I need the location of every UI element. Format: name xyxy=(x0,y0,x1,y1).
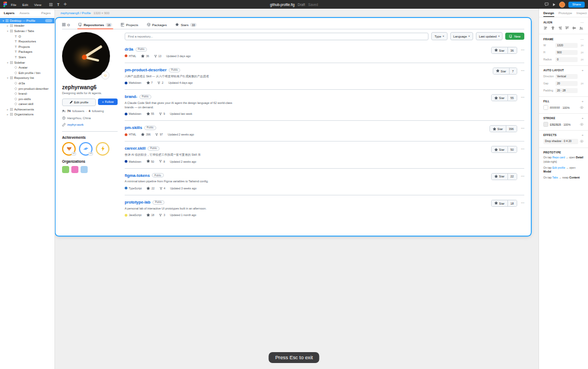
star-count[interactable]: 18 xyxy=(507,200,517,206)
repo-name-link[interactable]: dr3a xyxy=(125,47,133,52)
layer-row-o[interactable]: TO xyxy=(0,34,54,39)
layer-row-brand[interactable]: brand- xyxy=(0,91,54,96)
org-green[interactable] xyxy=(62,166,69,173)
star-count[interactable]: 50 xyxy=(507,146,517,152)
layer-row-pm-skills[interactable]: pm-skills xyxy=(0,96,54,102)
stroke-eye-icon[interactable] xyxy=(580,122,584,127)
edit-profile-button[interactable]: Edit profile xyxy=(62,99,96,106)
star-button[interactable]: Star396 xyxy=(489,125,517,132)
profile-tab-projects[interactable]: Projects xyxy=(121,21,138,29)
file-title[interactable]: github-profile.fig Draft Saved xyxy=(0,3,588,7)
org-blue[interactable] xyxy=(81,166,88,173)
profile-tab-repositories[interactable]: Repositories16 xyxy=(78,21,112,29)
user-avatar[interactable] xyxy=(559,2,565,8)
repo-menu-button[interactable]: ⋯ xyxy=(521,47,525,53)
repo-menu-button[interactable]: ⋯ xyxy=(521,173,525,179)
star-button[interactable]: Star18 xyxy=(491,200,517,207)
prototype-link[interactable]: Edit profile xyxy=(552,166,565,169)
repo-forks[interactable]: 4 xyxy=(160,187,166,190)
tab-pages[interactable]: Pages xyxy=(41,11,51,15)
repo-menu-button[interactable]: ⋯ xyxy=(521,200,525,206)
align-v-center-icon[interactable] xyxy=(572,26,576,30)
repo-menu-button[interactable]: ⋯ xyxy=(521,125,525,131)
repo-forks[interactable]: 97 xyxy=(155,133,163,137)
layer-row-packages[interactable]: TPackages xyxy=(0,50,54,55)
repo-forks[interactable]: 3 xyxy=(159,213,165,217)
fill-swatch[interactable] xyxy=(543,105,548,110)
layer-row-avatar[interactable]: Avatar xyxy=(0,65,54,70)
tab-assets[interactable]: Assets xyxy=(20,11,29,15)
repo-stars[interactable]: 396 xyxy=(141,133,150,137)
align-right-icon[interactable] xyxy=(558,26,562,30)
repo-name-link[interactable]: pm-product-describer xyxy=(125,67,167,72)
layer-row-desktop-profile[interactable]: ▾Desktop — Profile xyxy=(0,18,54,23)
fox-badge[interactable]: x2 xyxy=(62,142,76,156)
layer-row-dr3a[interactable]: dr3a xyxy=(0,81,54,86)
repo-stars[interactable]: 36 xyxy=(141,54,149,58)
follow-button[interactable]: +Follow xyxy=(98,99,118,105)
repo-forks[interactable]: 2 xyxy=(157,81,163,85)
star-button[interactable]: Star7 xyxy=(493,67,517,75)
tab-inspect[interactable]: Inspect xyxy=(577,11,587,15)
fill-add-icon[interactable]: + xyxy=(581,100,584,103)
stroke-row[interactable]: EBEBEB · 100% xyxy=(543,122,584,127)
repo-name-link[interactable]: career.skill xyxy=(125,146,145,151)
profile-frame[interactable]: ORepositories16ProjectsPackagesStars33 xyxy=(55,17,531,236)
layer-row-sidebar[interactable]: ▾Sidebar xyxy=(0,60,54,65)
star-count[interactable]: 55 xyxy=(507,95,517,101)
filter-sort-button[interactable]: Last updated▾ xyxy=(476,32,503,40)
layer-row-repositories[interactable]: TRepositories xyxy=(0,39,54,44)
lightning-badge[interactable] xyxy=(96,142,109,156)
tab-prototype[interactable]: Prototype xyxy=(559,11,572,15)
canvas[interactable]: zephyrwang6 / Profile1320 × 900 OReposit… xyxy=(54,9,539,369)
layer-row-pm-product-describer[interactable]: pm-product-describer xyxy=(0,86,54,91)
repo-row-dr3a[interactable]: dr3aPublicHTML3613Updated 3 days agoStar… xyxy=(125,42,524,63)
star-count[interactable]: 7 xyxy=(509,68,517,74)
profile-tab-stars[interactable]: Stars33 xyxy=(175,21,197,29)
frame-more-icon[interactable]: ⋯ xyxy=(580,37,584,41)
text-tool-icon[interactable]: T xyxy=(57,3,59,7)
frame-tool-icon[interactable] xyxy=(49,3,53,7)
repo-forks[interactable]: 8 xyxy=(159,159,165,163)
menu-file[interactable]: File xyxy=(11,3,16,7)
repo-stars[interactable]: 55 xyxy=(146,112,155,116)
comments-icon[interactable] xyxy=(544,2,549,7)
tab-design[interactable]: Design xyxy=(543,11,554,15)
repo-forks[interactable]: 13 xyxy=(154,54,162,58)
field-value[interactable]: Vertical xyxy=(555,74,578,79)
repo-search-input[interactable] xyxy=(125,33,428,40)
repo-row-brand[interactable]: brand-PublicA Claude Code Skill that giv… xyxy=(125,89,524,120)
repo-name-link[interactable]: pm-skills xyxy=(125,125,142,130)
repo-row-pm-product-describer[interactable]: pm-product-describerPublic六种产品描述法 Skill … xyxy=(125,63,524,89)
prototype-link[interactable]: Repo card xyxy=(552,156,565,159)
layer-row-header[interactable]: ▸Header xyxy=(0,23,54,29)
layer-row-stars[interactable]: TStars xyxy=(0,54,54,60)
fill-eye-icon[interactable] xyxy=(580,106,584,110)
figma-logo-icon[interactable] xyxy=(3,2,7,7)
align-bottom-icon[interactable] xyxy=(579,26,583,30)
repo-name-link[interactable]: figma-tokens xyxy=(125,173,150,178)
repo-row-prototype-lab[interactable]: prototype-labPublicA personal lab of int… xyxy=(125,195,524,222)
repo-name-link[interactable]: prototype-lab xyxy=(125,200,150,205)
menu-edit[interactable]: Edit xyxy=(22,3,28,7)
status-emoji[interactable]: ☺ xyxy=(101,71,109,79)
align-more-icon[interactable]: ⋯ xyxy=(580,20,584,24)
field-value[interactable]: 1320 xyxy=(555,43,578,48)
auto-layout-add-icon[interactable]: + xyxy=(581,69,584,72)
filter-language-button[interactable]: Language▾ xyxy=(450,32,473,40)
star-button[interactable]: Star50 xyxy=(491,146,517,153)
star-count[interactable]: 36 xyxy=(507,47,517,53)
frame-label[interactable]: zephyrwang6 / Profile1320 × 900 xyxy=(60,11,109,15)
profile-tab-o[interactable]: O xyxy=(62,21,70,29)
star-button[interactable]: Star55 xyxy=(491,94,517,101)
repo-stars[interactable]: 22 xyxy=(146,187,155,190)
layer-row-projects[interactable]: TProjects xyxy=(0,44,54,50)
plus-tool-icon[interactable]: ✛ xyxy=(64,2,67,7)
layer-row-repository-list[interactable]: ▾Repository list xyxy=(0,76,54,81)
followers-row[interactable]: 74followers · 4following xyxy=(62,109,118,113)
field-value[interactable]: 20 · 28 xyxy=(555,88,578,94)
repo-stars[interactable]: 7 xyxy=(146,81,153,85)
layer-row-edit-profile-btn[interactable]: Edit profile / btn xyxy=(0,70,54,76)
star-button[interactable]: Star36 xyxy=(491,47,517,54)
org-pink[interactable] xyxy=(71,166,78,173)
